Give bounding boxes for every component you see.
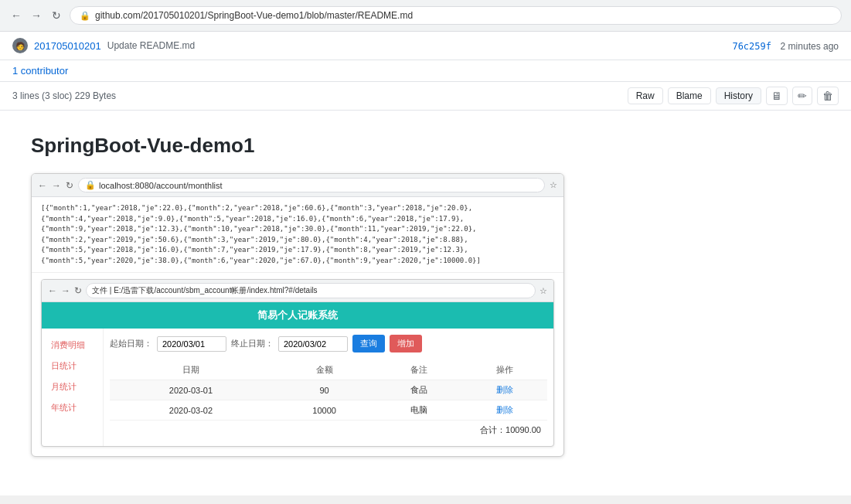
inner-refresh-button[interactable]: ↻ [66,180,73,191]
table-row: 2020-03-02 10000 电脑 删除 [110,400,547,421]
lock-icon: 🔒 [80,11,90,21]
data-table: 日期 金额 备注 操作 2020-03-01 90 食品 [110,360,547,421]
inner-lock-icon: 🔒 [85,180,96,190]
cell-date-2: 2020-03-02 [110,400,272,421]
avatar: 🧑 [12,38,28,53]
cell-action-1: 删除 [462,380,547,400]
inner-forward-button[interactable]: → [52,180,61,191]
readme-area: SpringBoot-Vue-demo1 ← → ↻ 🔒 localhost:8… [0,111,851,480]
app-back-button[interactable]: ← [48,285,57,296]
display-icon[interactable]: 🖥 [766,87,788,105]
file-actions: Raw Blame History 🖥 ✏ 🗑 [628,87,839,105]
sidebar-item-yearly[interactable]: 年统计 [42,397,103,418]
filter-row: 起始日期： 终止日期： 查询 增加 [110,335,547,352]
inner-star-icon: ☆ [550,180,557,190]
raw-button[interactable]: Raw [628,87,663,104]
commit-time: 2 minutes ago [781,41,839,52]
commit-username[interactable]: 201705010201 [34,40,101,52]
query-button[interactable]: 查询 [352,335,385,352]
add-button[interactable]: 增加 [390,335,422,352]
commit-bar: 🧑 201705010201 Update README.md 76c259f … [0,32,851,60]
app-forward-button[interactable]: → [61,285,70,296]
end-date-label: 终止日期： [231,338,274,349]
edit-icon[interactable]: ✏ [792,87,812,105]
app-body: 消费明细 日统计 月统计 年统计 起始日期： 终止日期： 查询 [42,329,553,446]
app-chrome: ← → ↻ 文件 | E:/迅雷下载/account/sbm_account帐册… [42,280,553,302]
url-text: github.com/201705010201/SpringBoot-Vue-d… [95,10,413,21]
browser-chrome: ← → ↻ 🔒 github.com/201705010201/SpringBo… [0,0,851,32]
sidebar-item-details[interactable]: 消费明细 [42,335,103,356]
sidebar-item-daily[interactable]: 日统计 [42,356,103,376]
app-main: 起始日期： 终止日期： 查询 增加 日期 [104,329,553,446]
json-text: [{"month":1,"year":2018,"je":22.0},{"mon… [41,204,481,264]
commit-hash[interactable]: 76c259f [732,41,771,52]
cell-note-1: 食品 [376,380,461,400]
app-refresh-button[interactable]: ↻ [74,285,82,296]
readme-title: SpringBoot-Vue-demo1 [31,134,820,158]
end-date-input[interactable] [278,336,348,352]
delete-link-2[interactable]: 删除 [496,405,513,414]
cell-amount-1: 90 [272,380,376,400]
inner-chrome: ← → ↻ 🔒 localhost:8080/account/monthlist… [32,174,563,197]
cell-date-1: 2020-03-01 [110,380,272,400]
cell-action-2: 删除 [462,400,547,421]
table-row: 2020-03-01 90 食品 删除 [110,380,547,400]
address-bar[interactable]: 🔒 github.com/201705010201/SpringBoot-Vue… [70,6,842,25]
app-url: 文件 | E:/迅雷下载/account/sbm_account帐册/index… [92,286,318,295]
commit-message: Update README.md [107,40,195,51]
json-data-area: [{"month":1,"year":2018,"je":22.0},{"mon… [32,197,563,273]
contributor-bar: 1 contributor [0,60,851,82]
inner-browser: ← → ↻ 🔒 localhost:8080/account/monthlist… [31,173,564,457]
total-label: 合计：10090.00 [480,425,541,434]
col-action: 操作 [462,360,547,380]
inner-back-button[interactable]: ← [38,180,47,191]
sidebar-item-monthly[interactable]: 月统计 [42,376,103,397]
app-header: 简易个人记账系统 [42,302,553,329]
app-address-bar[interactable]: 文件 | E:/迅雷下载/account/sbm_account帐册/index… [86,283,536,298]
cell-note-2: 电脑 [376,400,461,421]
page-content: 🧑 201705010201 Update README.md 76c259f … [0,32,851,495]
forward-button[interactable]: → [29,9,43,22]
col-date: 日期 [110,360,272,380]
refresh-button[interactable]: ↻ [49,9,63,22]
delete-icon[interactable]: 🗑 [817,87,839,105]
col-amount: 金额 [272,360,376,380]
cell-amount-2: 10000 [272,400,376,421]
file-info-bar: 3 lines (3 sloc) 229 Bytes Raw Blame His… [0,82,851,111]
inner-url: localhost:8080/account/monthlist [99,181,223,190]
back-button[interactable]: ← [9,9,23,22]
commit-info: 🧑 201705010201 Update README.md [12,38,195,53]
start-date-input[interactable] [157,336,226,352]
delete-link-1[interactable]: 删除 [496,385,513,394]
inner-address-bar[interactable]: 🔒 localhost:8080/account/monthlist [78,178,545,192]
blame-button[interactable]: Blame [668,87,711,104]
commit-meta-right: 76c259f 2 minutes ago [732,40,839,52]
col-note: 备注 [376,360,461,380]
app-star-icon: ☆ [540,286,547,296]
inner-app-browser: ← → ↻ 文件 | E:/迅雷下载/account/sbm_account帐册… [41,279,554,447]
start-date-label: 起始日期： [110,338,152,349]
history-button[interactable]: History [716,87,761,104]
file-stats: 3 lines (3 sloc) 229 Bytes [12,90,116,101]
total-row: 合计：10090.00 [110,421,547,440]
contributor-link[interactable]: 1 contributor [12,65,68,77]
app-title: 简易个人记账系统 [257,309,338,321]
app-sidebar: 消费明细 日统计 月统计 年统计 [42,329,104,446]
